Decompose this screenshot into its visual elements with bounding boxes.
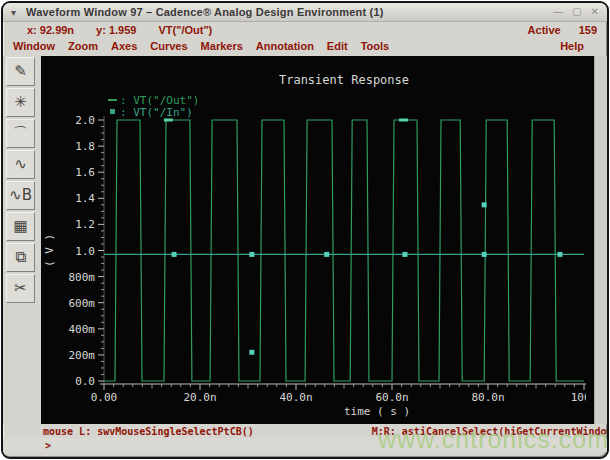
copy-window-button[interactable]: ⧉ bbox=[6, 243, 35, 272]
copy-window-icon: ⧉ bbox=[15, 250, 26, 265]
cut-window-icon: ✂ bbox=[14, 281, 27, 296]
zoom-starburst-button[interactable]: ✳ bbox=[6, 88, 35, 117]
y-tick-label: 2.0 bbox=[75, 114, 95, 127]
x-tick-label: 0.00 bbox=[91, 391, 118, 404]
in-marker[interactable] bbox=[402, 252, 407, 257]
minimize-icon[interactable]: — bbox=[553, 7, 563, 17]
legend-in-label: : VT("/In") bbox=[120, 106, 193, 119]
x-tick-label: 100n bbox=[571, 391, 586, 404]
cursor-y-readout: y: 1.959 bbox=[96, 24, 136, 36]
y-tick-label: 200m bbox=[69, 349, 96, 362]
cut-window-button[interactable]: ✂ bbox=[6, 274, 35, 303]
x-tick-label: 80.0n bbox=[471, 391, 504, 404]
window-menu-chevron-icon[interactable]: ▾ bbox=[11, 7, 16, 18]
right-frame-strip bbox=[594, 56, 607, 424]
x-tick-label: 20.0n bbox=[183, 391, 216, 404]
waveform-window: ▾ Waveform Window 97 – Cadence® Analog D… bbox=[1, 1, 609, 459]
command-prompt-row[interactable]: > bbox=[3, 438, 607, 452]
in-marker[interactable] bbox=[249, 252, 254, 257]
title-bar: ▾ Waveform Window 97 – Cadence® Analog D… bbox=[3, 3, 607, 22]
menu-window[interactable]: Window bbox=[13, 40, 55, 52]
y-tick-label: 1.2 bbox=[75, 218, 95, 231]
y-tick-label: 800m bbox=[69, 271, 96, 284]
strip-chart-button[interactable]: ∿B bbox=[6, 181, 35, 210]
toolbar: ✎✳⌒∿∿B▦⧉✂ bbox=[3, 56, 41, 424]
in-marker[interactable] bbox=[172, 252, 177, 257]
strip-chart-icon: ∿B bbox=[9, 188, 32, 203]
calculator-button[interactable]: ▦ bbox=[6, 212, 35, 241]
zoom-starburst-icon: ✳ bbox=[14, 95, 27, 110]
menu-markers[interactable]: Markers bbox=[201, 40, 243, 52]
in-marker[interactable] bbox=[249, 350, 254, 355]
active-label: Active bbox=[528, 24, 561, 36]
mouse-right-binding: R: astiCancelSelect(hiGetCurrentWindow bbox=[384, 426, 609, 437]
maximize-icon[interactable]: ▢ bbox=[572, 7, 581, 17]
arc-tool-button[interactable]: ⌒ bbox=[6, 119, 35, 148]
in-marker[interactable] bbox=[482, 202, 487, 207]
window-title: Waveform Window 97 – Cadence® Analog Des… bbox=[26, 6, 553, 18]
status-bar: mouse L: swvMouseSingleSelectPtCB() M: R… bbox=[3, 424, 607, 438]
menu-curves[interactable]: Curves bbox=[150, 40, 187, 52]
in-edge-mark bbox=[399, 119, 408, 122]
menu-edit[interactable]: Edit bbox=[327, 40, 348, 52]
x-tick-label: 60.0n bbox=[375, 391, 408, 404]
in-edge-mark bbox=[164, 119, 173, 122]
legend-in-symbol bbox=[110, 109, 115, 114]
selected-trace-readout: VT("/Out") bbox=[158, 24, 212, 36]
arc-tool-icon: ⌒ bbox=[13, 126, 28, 141]
y-tick-label: 1.8 bbox=[75, 140, 95, 153]
y-tick-label: 1.6 bbox=[75, 166, 95, 179]
y-tick-label: 0.0 bbox=[75, 375, 95, 388]
active-count: 159 bbox=[579, 24, 597, 36]
y-tick-label: 1.0 bbox=[75, 245, 95, 258]
mouse-middle-binding: M: bbox=[372, 426, 384, 437]
marker-waveform-icon: ∿ bbox=[14, 157, 27, 172]
menu-zoom[interactable]: Zoom bbox=[68, 40, 98, 52]
menu-bar: WindowZoomAxesCurvesMarkersAnnotationEdi… bbox=[3, 38, 607, 56]
chart-title: Transient Response bbox=[279, 73, 409, 87]
close-icon[interactable]: ✕ bbox=[591, 7, 599, 17]
mouse-left-binding: mouse L: swvMouseSingleSelectPtCB() bbox=[43, 426, 254, 437]
probe-pen-icon: ✎ bbox=[14, 64, 27, 79]
menu-tools[interactable]: Tools bbox=[361, 40, 390, 52]
y-tick-label: 600m bbox=[69, 297, 96, 310]
in-marker[interactable] bbox=[558, 252, 563, 257]
out-trace[interactable] bbox=[104, 120, 584, 381]
plot-canvas[interactable]: Transient Response0.0200m400m600m800m1.0… bbox=[41, 56, 594, 424]
plot-svg[interactable]: Transient Response0.0200m400m600m800m1.0… bbox=[41, 56, 586, 424]
menu-help[interactable]: Help bbox=[560, 40, 584, 52]
x-tick-label: 40.0n bbox=[279, 391, 312, 404]
menu-annotation[interactable]: Annotation bbox=[256, 40, 314, 52]
y-tick-label: 400m bbox=[69, 323, 96, 336]
prompt-caret: > bbox=[45, 440, 51, 451]
menu-axes[interactable]: Axes bbox=[111, 40, 137, 52]
probe-pen-button[interactable]: ✎ bbox=[6, 57, 35, 86]
marker-waveform-button[interactable]: ∿ bbox=[6, 150, 35, 179]
cursor-info-bar: x: 92.99n y: 1.959 VT("/Out") Active 159 bbox=[3, 22, 607, 38]
in-marker[interactable] bbox=[482, 252, 487, 257]
cursor-x-readout: x: 92.99n bbox=[27, 24, 74, 36]
main-area: ✎✳⌒∿∿B▦⧉✂ Transient Response0.0200m400m6… bbox=[3, 56, 607, 424]
x-axis-label: time ( s ) bbox=[344, 405, 410, 418]
in-marker[interactable] bbox=[324, 252, 329, 257]
y-axis-label: ( V ) bbox=[43, 234, 56, 267]
calculator-icon: ▦ bbox=[13, 219, 27, 234]
y-tick-label: 1.4 bbox=[75, 192, 95, 205]
